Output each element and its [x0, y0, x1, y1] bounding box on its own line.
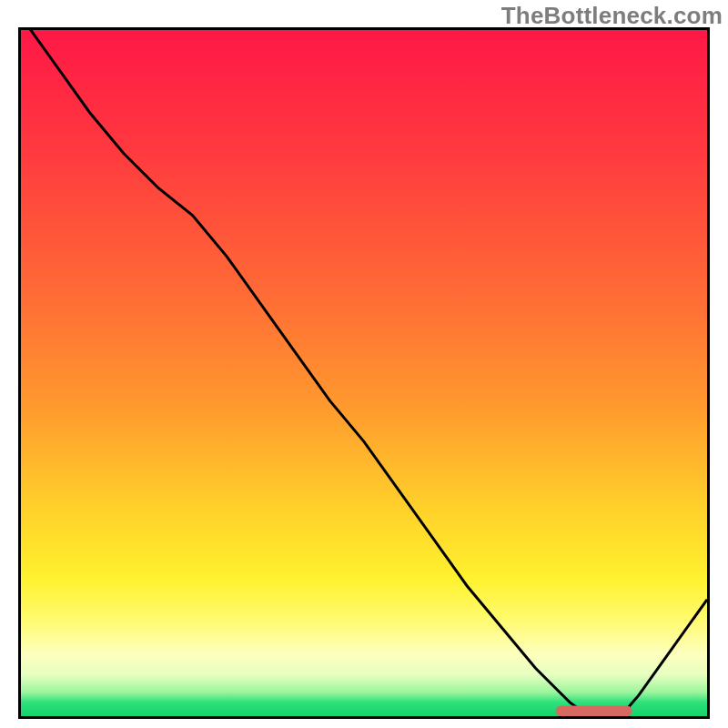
bottleneck-curve — [21, 30, 707, 713]
plot-area — [18, 27, 710, 719]
optimum-marker — [556, 706, 632, 716]
curve-layer — [21, 30, 707, 716]
chart-container: TheBottleneck.com — [0, 0, 728, 728]
watermark-text: TheBottleneck.com — [501, 2, 723, 30]
